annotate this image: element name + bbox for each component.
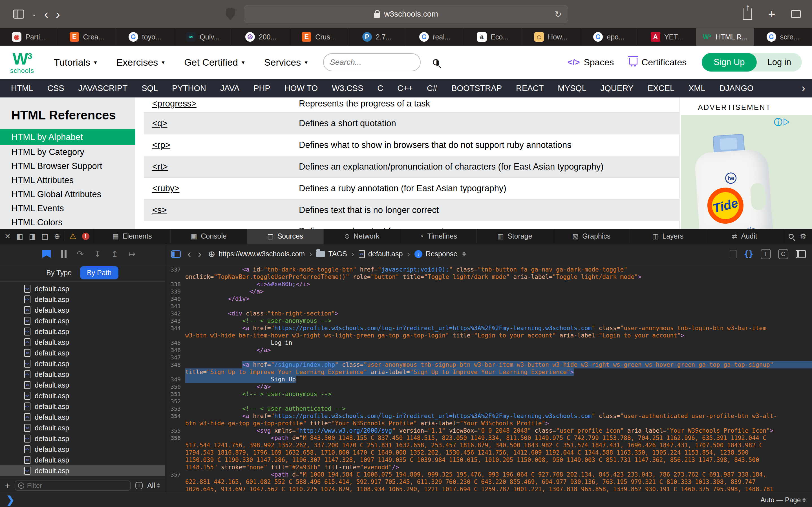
resource-file-item[interactable]: <>default.asp: [0, 316, 165, 326]
reload-icon[interactable]: ↻: [555, 9, 562, 19]
code-line[interactable]: 342 <div class="tnb-right-section">: [165, 310, 812, 317]
code-line[interactable]: 351 <!-- > user-anonymous -->: [165, 390, 812, 398]
code-text[interactable]: 1794.543 1816.879, 1796.169 1632.658, 17…: [185, 449, 812, 456]
nav-scroll-right-icon[interactable]: ›: [802, 82, 808, 94]
code-text[interactable]: <!-- < user-anonymous -->: [185, 317, 812, 325]
spaces-link[interactable]: </> Spaces: [567, 57, 614, 68]
step-next-icon[interactable]: ↦: [128, 250, 135, 258]
line-number[interactable]: 347: [165, 354, 185, 361]
tag-link[interactable]: <ruby>: [152, 183, 180, 193]
code-text[interactable]: <svg xmlns="http://www.w3.org/2000/svg" …: [185, 427, 812, 434]
w3schools-logo[interactable]: W3 schools: [10, 51, 34, 74]
topic-nav-item[interactable]: JAVASCRIPT: [71, 83, 135, 93]
line-number[interactable]: 340: [165, 295, 185, 302]
browser-tab[interactable]: ECrus...: [290, 28, 348, 46]
code-line[interactable]: 1026.645, 913.697 1047.562 C 1010.275 10…: [165, 486, 812, 493]
code-text[interactable]: 517.544 1241.756, 398.992 1352.262, 337.…: [185, 442, 812, 449]
topic-nav-item[interactable]: W3.CSS: [325, 83, 370, 93]
code-text[interactable]: </a>: [185, 288, 812, 295]
code-text[interactable]: [185, 302, 812, 310]
sidebar-item[interactable]: HTML by Alphabet: [0, 129, 135, 145]
add-resource-icon[interactable]: +: [4, 481, 10, 490]
code-text[interactable]: <!-- > user-anonymous -->: [185, 390, 812, 398]
code-text[interactable]: w3-btn w3-hide bar-item-hover w3-right w…: [185, 332, 812, 339]
browser-tab[interactable]: ECrea...: [58, 28, 116, 46]
inspector-search-icon[interactable]: [789, 234, 794, 239]
browser-tab[interactable]: ☺How...: [522, 28, 580, 46]
line-number[interactable]: [165, 456, 185, 464]
step-over-icon[interactable]: ↷: [77, 250, 84, 258]
dock-right-icon[interactable]: ◨: [29, 233, 36, 240]
inspector-tab-sources[interactable]: ▢Sources: [247, 229, 323, 244]
menu-services[interactable]: Services▼: [264, 57, 308, 68]
inspector-tab-graphics[interactable]: ▧Graphics: [553, 229, 629, 244]
line-number[interactable]: 352: [165, 398, 185, 405]
resource-file-item[interactable]: <>default.asp: [0, 433, 165, 444]
inspector-tab-console[interactable]: ▣Console: [170, 229, 247, 244]
topic-nav-item[interactable]: CSS: [40, 83, 71, 93]
code-line[interactable]: 1794.543 1816.879, 1796.169 1632.658, 17…: [165, 449, 812, 456]
topic-nav-item[interactable]: BOOTSTRAP: [444, 83, 509, 93]
code-text[interactable]: [185, 354, 812, 361]
filter-scope-dropdown[interactable]: All: [147, 482, 160, 490]
resource-file-item[interactable]: <>default.asp: [0, 422, 165, 433]
line-number[interactable]: 346: [165, 346, 185, 354]
code-line[interactable]: 344 <a href="https://profile.w3schools.c…: [165, 325, 812, 332]
tag-link[interactable]: <samp>: [152, 226, 184, 229]
code-line[interactable]: 349 Sign Up: [165, 376, 812, 383]
topic-nav-item[interactable]: C: [370, 83, 390, 93]
topic-nav-item[interactable]: C#: [420, 83, 444, 93]
code-text[interactable]: 1148.155" stroke="none" fill="#2a93fb" f…: [185, 464, 812, 471]
certificates-link[interactable]: Certificates: [629, 57, 687, 68]
code-line[interactable]: 350 </a>: [165, 383, 812, 390]
code-text[interactable]: <a id="tnb-dark-mode-toggle-btn" href="j…: [185, 266, 812, 273]
breakpoints-flag-icon[interactable]: [42, 250, 51, 258]
line-number[interactable]: [165, 464, 185, 471]
topic-nav-item[interactable]: PHP: [246, 83, 277, 93]
browser-tab[interactable]: Gscre...: [754, 28, 812, 46]
tag-link[interactable]: <rt>: [152, 162, 168, 172]
breadcrumb-item[interactable]: ↓Response: [414, 250, 466, 258]
code-line[interactable]: 357 <path d="M 1008 194.584 C 1006.075 1…: [165, 471, 812, 478]
code-text[interactable]: <!-- < user-authenticated -->: [185, 405, 812, 412]
inspector-tab-layers[interactable]: ◫Layers: [629, 229, 706, 244]
resource-file-item[interactable]: <>default.asp: [0, 380, 165, 390]
topic-nav-item[interactable]: HOW TO: [277, 83, 325, 93]
resource-file-item[interactable]: <>default.asp: [0, 412, 165, 422]
browser-tab[interactable]: Greal...: [406, 28, 464, 46]
code-line[interactable]: w3-btn w3-hide bar-item-hover w3-right w…: [165, 332, 812, 339]
address-bar[interactable]: w3schools.com ↻: [244, 5, 568, 23]
code-text[interactable]: 1150.039 C 1190.330 1147.286, 1196.307 1…: [185, 456, 812, 464]
search-icon[interactable]: [433, 59, 439, 65]
breadcrumb-item[interactable]: ⊕https://www.w3schools.com: [208, 249, 305, 259]
resource-file-item[interactable]: <>default.asp: [0, 465, 165, 476]
code-line[interactable]: 352: [165, 398, 812, 405]
tag-link[interactable]: <rp>: [152, 140, 170, 150]
code-line[interactable]: 1148.155" stroke="none" fill="#2a93fb" f…: [165, 464, 812, 471]
sidebar-chevron-icon[interactable]: ⌄: [32, 10, 37, 18]
line-number[interactable]: [165, 369, 185, 376]
code-line[interactable]: 1150.039 C 1190.330 1147.286, 1196.307 1…: [165, 456, 812, 464]
resource-file-item[interactable]: <>default.asp: [0, 326, 165, 337]
back-button[interactable]: ‹: [44, 8, 48, 20]
code-line[interactable]: 348 <a href="/signup/index.php" class="u…: [165, 361, 812, 369]
browser-tab[interactable]: aEco...: [464, 28, 522, 46]
line-number[interactable]: [165, 273, 185, 281]
sidebar-item[interactable]: HTML Events: [0, 202, 135, 216]
resource-file-item[interactable]: <>default.asp: [0, 369, 165, 380]
code-text[interactable]: btn w3-hide ga-top ga-top-profile" title…: [185, 420, 812, 427]
sidebar-item[interactable]: HTML by Category: [0, 145, 135, 159]
navigation-sidebar-toggle-icon[interactable]: [171, 250, 181, 258]
errors-icon[interactable]: !: [82, 233, 89, 240]
inspector-settings-icon[interactable]: ⚙: [800, 233, 806, 240]
source-code-editor[interactable]: 337 <a id="tnb-dark-mode-toggle-btn" hre…: [165, 264, 812, 493]
line-number[interactable]: 339: [165, 288, 185, 295]
forward-button[interactable]: ›: [56, 8, 60, 20]
line-number[interactable]: [165, 420, 185, 427]
topic-nav-item[interactable]: C++: [390, 83, 420, 93]
search-input[interactable]: [330, 58, 433, 67]
line-number[interactable]: [165, 478, 185, 486]
history-back-icon[interactable]: ‹: [188, 249, 191, 260]
type-token-icon[interactable]: T: [761, 249, 771, 259]
line-number[interactable]: 345: [165, 339, 185, 346]
